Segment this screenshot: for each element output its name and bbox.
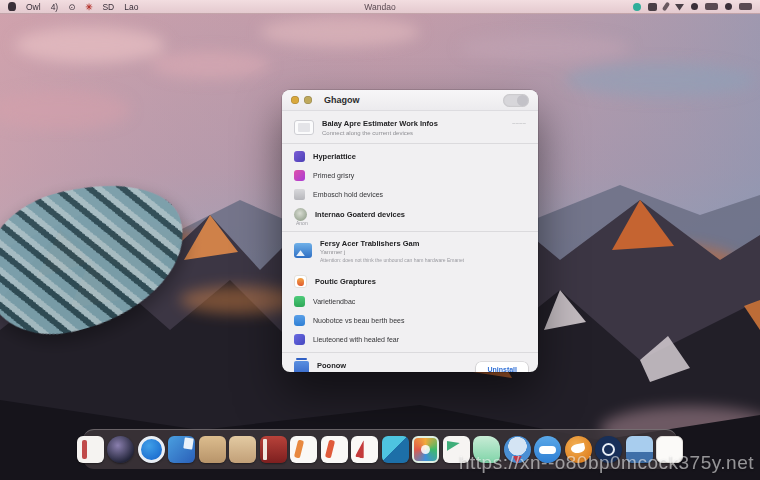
parrot-app-icon — [294, 275, 307, 288]
list-item[interactable]: Primed grisry — [282, 166, 538, 185]
round-app-icon — [294, 208, 307, 221]
keyboard-icon[interactable] — [648, 3, 657, 11]
divider — [282, 231, 538, 232]
dock-icon-tan-book[interactable] — [199, 436, 226, 463]
indigo-app-icon — [294, 334, 305, 345]
dock-icon-teal-sail[interactable] — [382, 436, 409, 463]
dock-icon-blue-circle[interactable] — [138, 436, 165, 463]
feature-row[interactable]: Fersy Acer Trablishers Gam Yammer j Atte… — [282, 235, 538, 268]
dock-icon-finder-doc[interactable] — [77, 436, 104, 463]
blue-app-icon — [294, 315, 305, 326]
display-icon — [294, 120, 314, 135]
dock-icon-dark-orb[interactable] — [107, 436, 134, 463]
pink-app-icon — [294, 170, 305, 181]
menu-item[interactable]: Lao — [124, 2, 138, 12]
dock-icon-mint-leaf[interactable] — [473, 436, 500, 463]
green-dot-icon[interactable] — [633, 3, 641, 11]
close-button[interactable] — [291, 96, 299, 104]
divider — [282, 352, 538, 353]
green-app-icon — [294, 296, 305, 307]
photo-app-icon — [294, 243, 312, 258]
divider — [282, 143, 538, 144]
apple-menu-icon[interactable] — [8, 2, 16, 11]
list-item-label: Embosch hold devices — [313, 191, 383, 198]
dock-icon-navy-circle[interactable] — [595, 436, 622, 463]
menu-item[interactable]: Owl — [26, 2, 41, 12]
moon-icon[interactable] — [725, 3, 732, 10]
header-row-title: Balay Apre Estimater Work Infos — [322, 119, 438, 128]
toggle-icon[interactable] — [739, 3, 752, 10]
dock-icon-page-triangle[interactable] — [351, 436, 378, 463]
footer-row-title: Poonow — [317, 361, 346, 370]
dock-icon-white-doc[interactable] — [656, 436, 683, 463]
group-header-label: Poutic Graptures — [315, 277, 376, 286]
menu-item[interactable]: 4) — [51, 2, 59, 12]
menu-item[interactable]: ⊙ — [68, 2, 75, 12]
list-item[interactable]: Varietiendbac — [282, 292, 538, 311]
list-item-label: Lieuteoned with healed fear — [313, 336, 399, 343]
battery-icon[interactable] — [705, 3, 718, 10]
list-item[interactable]: Lieuteoned with healed fear — [282, 330, 538, 349]
feature-row-subtitle: Yammer j — [320, 249, 464, 255]
dock-icon-flag-doc[interactable] — [443, 436, 470, 463]
list-item-label: Hyperlattice — [313, 152, 356, 161]
uninstall-button[interactable]: Uninstall — [476, 362, 528, 372]
dock-icon-cloud-circle[interactable] — [534, 436, 561, 463]
dock-icon-tan-book-2[interactable] — [229, 436, 256, 463]
list-item-label: Nuobotce vs beau berth bees — [313, 317, 404, 324]
dock-icon-eagle-circle[interactable] — [565, 436, 592, 463]
menu-bar: Owl 4) ⊙ ✳ SD Lao Wandao — [0, 0, 760, 14]
group-header-row[interactable]: Poutic Graptures — [282, 271, 538, 292]
window-title: Ghagow — [324, 95, 360, 105]
list-item-label: Primed grisry — [313, 172, 354, 179]
header-row-subtitle: Connect along the current devices — [322, 130, 438, 136]
list-item[interactable]: Nuobotce vs beau berth bees — [282, 311, 538, 330]
purple-app-icon — [294, 151, 305, 162]
header-row[interactable]: Balay Apre Estimater Work Infos Connect … — [282, 111, 538, 140]
feature-row-fine-print: Attention: does not think the unbound ca… — [320, 257, 464, 263]
footer-row[interactable]: Poonow Drapossy Uninstall — [282, 356, 538, 372]
list-item[interactable]: Embosch hold devices — [282, 185, 538, 204]
dock-icon-photo-thumb[interactable] — [626, 436, 653, 463]
list-item-label: Internao Goaterd devices — [315, 210, 405, 219]
dock-icon-green-photos[interactable] — [412, 436, 439, 463]
dock-icon-page-red[interactable] — [321, 436, 348, 463]
wifi-icon[interactable] — [675, 3, 684, 11]
dock-icon-red-book[interactable] — [260, 436, 287, 463]
list-item[interactable]: Internao Goaterd devices — [282, 204, 538, 222]
dock-icon-page-orange[interactable] — [290, 436, 317, 463]
menu-item[interactable]: ✳ — [85, 2, 92, 12]
settings-window: Ghagow Balay Apre Estimater Work Infos C… — [282, 90, 538, 372]
airplay-icon[interactable] — [691, 3, 698, 10]
minimize-button[interactable] — [304, 96, 312, 104]
list-item[interactable]: Hyperlattice — [282, 147, 538, 166]
gray-device-icon — [294, 189, 305, 200]
menu-bar-center-title: Wandao — [364, 2, 395, 12]
window-toggle-switch[interactable] — [503, 94, 529, 107]
dock-icon-blue-book[interactable] — [168, 436, 195, 463]
window-titlebar[interactable]: Ghagow — [282, 90, 538, 111]
trash-icon — [294, 361, 309, 372]
list-item-label: Varietiendbac — [313, 298, 355, 305]
pen-icon[interactable] — [662, 2, 670, 12]
dock-icon-blue-badge[interactable] — [504, 436, 531, 463]
dock — [83, 429, 677, 469]
feature-row-title: Fersy Acer Trablishers Gam — [320, 239, 464, 248]
status-icon-tray — [633, 2, 752, 11]
header-row-note: ~~~~ — [512, 120, 526, 126]
menu-item[interactable]: SD — [102, 2, 114, 12]
